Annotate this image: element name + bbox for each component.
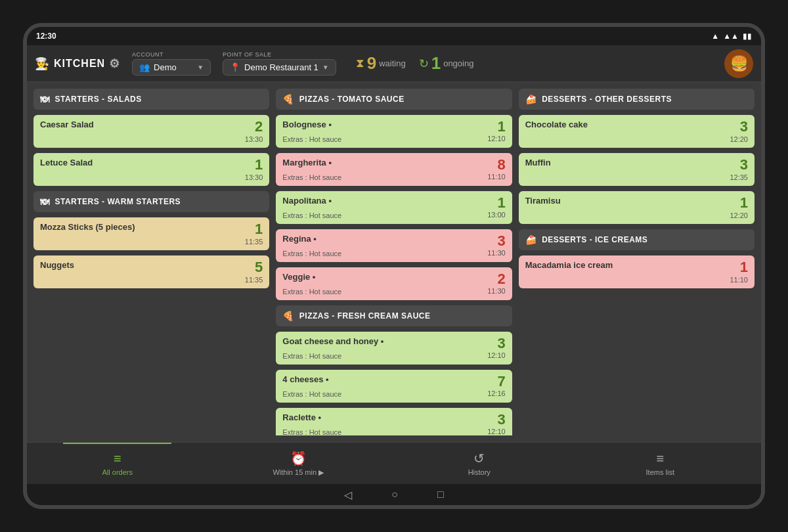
card-mozza-sticks[interactable]: Mozza Sticks (5 pieces) 1 11:35 bbox=[33, 217, 269, 250]
pos-dropdown-arrow: ▼ bbox=[322, 64, 329, 71]
main-content: 🍽 STARTERS - SALADS Caesar Salad 2 13:30… bbox=[27, 82, 761, 442]
items-list-label: Items list bbox=[646, 468, 674, 476]
section-pizzas-tomato: 🍕 PIZZAS - TOMATO SAUCE bbox=[276, 89, 512, 110]
column-2: 🍕 PIZZAS - TOMATO SAUCE Bolognese • 1 Ex… bbox=[276, 89, 512, 435]
account-icon: 👥 bbox=[139, 62, 150, 72]
card-caesar-salad[interactable]: Caesar Salad 2 13:30 bbox=[33, 115, 269, 148]
within-15-label: Within 15 min ▶ bbox=[273, 468, 324, 477]
home-button[interactable]: ○ bbox=[391, 489, 398, 500]
pos-dropdown[interactable]: 📍 Demo Restaurant 1 ▼ bbox=[223, 59, 336, 76]
dropdown-arrow: ▼ bbox=[197, 64, 204, 71]
timer-icon: ⏰ bbox=[290, 451, 307, 466]
section-pizzas-cream: 🍕 PIZZAS - FRESH CREAM SAUCE bbox=[276, 305, 512, 326]
items-list-icon: ≡ bbox=[656, 451, 664, 466]
signal-icon: ▲▲ bbox=[723, 32, 739, 41]
account-dropdown[interactable]: 👥 Demo ▼ bbox=[132, 59, 211, 76]
tablet-shell: 12:30 ▲ ▲▲ ▮▮ 👨‍🍳 KITCHEN ⚙ ACCOUNT 👥 De… bbox=[23, 23, 765, 509]
section-desserts-other: 🍰 DESSERTS - OTHER DESSERTS bbox=[519, 89, 755, 110]
status-time: 12:30 bbox=[36, 32, 56, 41]
app-header: 👨‍🍳 KITCHEN ⚙ ACCOUNT 👥 Demo ▼ POINT OF … bbox=[27, 45, 761, 82]
waiting-stat: ⧗ 9 waiting bbox=[356, 53, 406, 74]
all-orders-icon: ≡ bbox=[114, 451, 121, 466]
battery-icon: ▮▮ bbox=[743, 32, 752, 41]
pos-dropdown-group: POINT OF SALE 📍 Demo Restaurant 1 ▼ bbox=[223, 51, 336, 76]
refresh-icon: ↻ bbox=[419, 56, 429, 71]
system-nav: ◁ ○ □ bbox=[27, 484, 761, 505]
warm-icon: 🍽 bbox=[40, 196, 50, 207]
card-goat-cheese[interactable]: Goat cheese and honey • 3 Extras : Hot s… bbox=[276, 332, 512, 365]
status-bar: 12:30 ▲ ▲▲ ▮▮ bbox=[27, 27, 761, 45]
back-button[interactable]: ◁ bbox=[344, 489, 352, 501]
status-icons: ▲ ▲▲ ▮▮ bbox=[711, 32, 752, 41]
salads-icon: 🍽 bbox=[40, 94, 50, 104]
column-3: 🍰 DESSERTS - OTHER DESSERTS Chocolate ca… bbox=[519, 89, 755, 435]
history-label: History bbox=[468, 468, 491, 476]
history-icon: ↺ bbox=[473, 451, 485, 466]
desserts-icon: 🍰 bbox=[525, 94, 537, 104]
account-dropdown-group: ACCOUNT 👥 Demo ▼ bbox=[132, 51, 211, 76]
nav-history[interactable]: ↺ History bbox=[389, 443, 570, 484]
nav-within-15[interactable]: ⏰ Within 15 min ▶ bbox=[208, 443, 389, 484]
section-desserts-ice: 🍰 DESSERTS - ICE CREAMS bbox=[519, 229, 755, 250]
recent-button[interactable]: □ bbox=[437, 489, 444, 500]
card-letuce-salad[interactable]: Letuce Salad 1 13:30 bbox=[33, 153, 269, 186]
card-bolognese[interactable]: Bolognese • 1 Extras : Hot sauce 12:10 bbox=[276, 115, 512, 148]
avatar-button[interactable]: 🍔 bbox=[724, 49, 753, 78]
chef-icon: 👨‍🍳 bbox=[35, 56, 50, 71]
card-regina[interactable]: Regina • 3 Extras : Hot sauce 11:30 bbox=[276, 229, 512, 262]
card-macadamia[interactable]: Macadamia ice cream 1 11:10 bbox=[519, 255, 755, 288]
section-starters-salads: 🍽 STARTERS - SALADS bbox=[33, 89, 269, 110]
wifi-icon: ▲ bbox=[711, 32, 719, 41]
column-1: 🍽 STARTERS - SALADS Caesar Salad 2 13:30… bbox=[33, 89, 269, 435]
stats-area: ⧗ 9 waiting ↻ 1 ongoing bbox=[356, 53, 474, 74]
nav-all-orders[interactable]: ≡ All orders bbox=[27, 443, 208, 484]
section-warm-starters: 🍽 STARTERS - WARM STARTERS bbox=[33, 191, 269, 212]
ongoing-stat: ↻ 1 ongoing bbox=[419, 53, 474, 74]
nav-items-list[interactable]: ≡ Items list bbox=[570, 443, 762, 484]
card-napolitana[interactable]: Napolitana • 1 Extras : Hot sauce 13:00 bbox=[276, 191, 512, 224]
card-nuggets[interactable]: Nuggets 5 11:35 bbox=[33, 255, 269, 288]
kitchen-label: 👨‍🍳 KITCHEN ⚙ bbox=[35, 56, 120, 71]
pizza-tomato-icon: 🍕 bbox=[282, 94, 294, 104]
card-margherita[interactable]: Margherita • 8 Extras : Hot sauce 11:10 bbox=[276, 153, 512, 186]
card-tiramisu[interactable]: Tiramisu 1 12:20 bbox=[519, 191, 755, 224]
all-orders-label: All orders bbox=[102, 468, 133, 476]
location-icon: 📍 bbox=[230, 62, 240, 72]
card-raclette[interactable]: Raclette • 3 Extras : Hot sauce 12:10 bbox=[276, 408, 512, 435]
pizza-cream-icon: 🍕 bbox=[282, 311, 294, 321]
ice-cream-icon: 🍰 bbox=[525, 234, 537, 245]
hourglass-icon: ⧗ bbox=[356, 56, 364, 70]
bottom-nav: ≡ All orders ⏰ Within 15 min ▶ ↺ History… bbox=[27, 442, 761, 484]
card-4-cheeses[interactable]: 4 cheeses • 7 Extras : Hot sauce 12:16 bbox=[276, 370, 512, 403]
card-muffin[interactable]: Muffin 3 12:35 bbox=[519, 153, 755, 186]
card-chocolate-cake[interactable]: Chocolate cake 3 12:20 bbox=[519, 115, 755, 148]
settings-icon[interactable]: ⚙ bbox=[109, 56, 120, 71]
card-veggie[interactable]: Veggie • 2 Extras : Hot sauce 11:30 bbox=[276, 267, 512, 300]
